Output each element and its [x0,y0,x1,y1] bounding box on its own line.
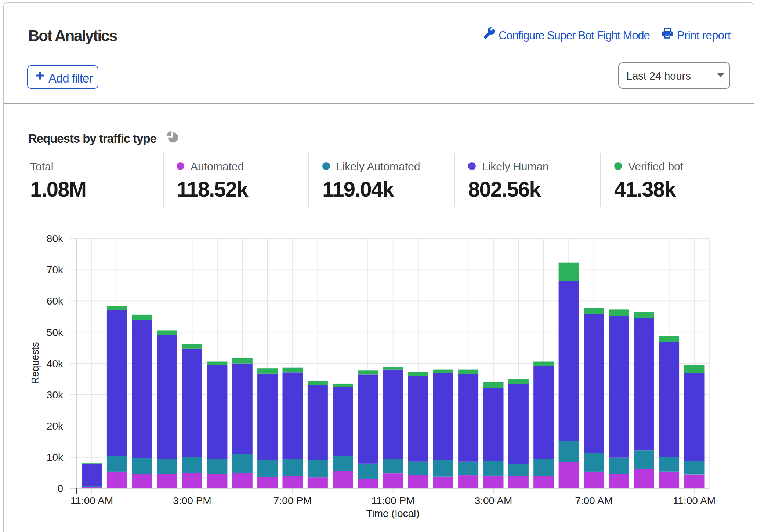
svg-text:70k: 70k [47,264,64,276]
svg-text:11:00 PM: 11:00 PM [372,495,415,506]
svg-text:0: 0 [57,483,63,494]
svg-text:20k: 20k [47,420,64,432]
svg-text:3:00 AM: 3:00 AM [475,495,512,506]
svg-text:11:00 AM: 11:00 AM [673,495,716,506]
svg-text:80k: 80k [47,233,64,244]
svg-text:60k: 60k [47,295,64,307]
svg-text:50k: 50k [47,327,64,338]
svg-text:11:00 AM: 11:00 AM [70,495,113,506]
svg-text:10k: 10k [47,452,64,463]
svg-text:7:00 PM: 7:00 PM [274,495,312,506]
svg-text:40k: 40k [47,358,64,369]
svg-text:3:00 PM: 3:00 PM [173,495,211,506]
svg-text:7:00 AM: 7:00 AM [575,495,613,506]
svg-text:Time (local): Time (local) [366,508,419,519]
svg-text:Requests: Requests [29,342,41,384]
svg-text:30k: 30k [47,389,64,401]
